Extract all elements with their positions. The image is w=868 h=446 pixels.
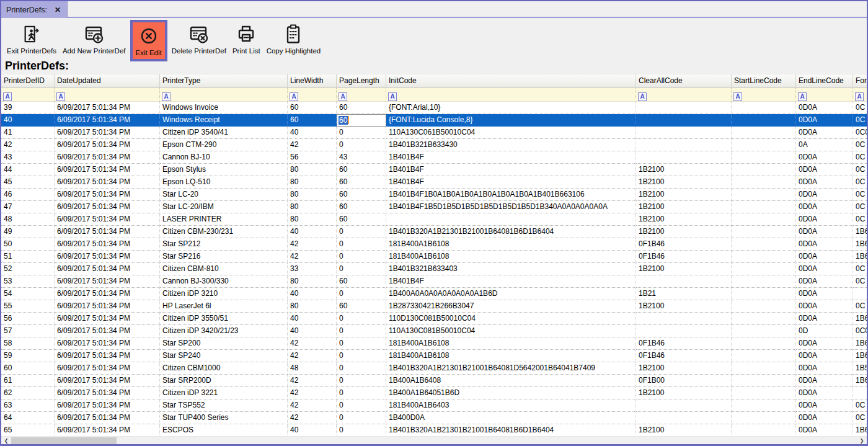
cell-init[interactable]: 1B401B320A1B21301B21001B64081B6D1B6404 (386, 226, 636, 238)
cell-ff[interactable]: 0C (853, 102, 868, 114)
cell-init[interactable]: 1B401B321B633403 (386, 263, 636, 275)
cell-width[interactable]: 60 (288, 102, 337, 114)
cell-end[interactable]: 0D0A (796, 201, 853, 213)
cell-start[interactable] (732, 127, 796, 139)
cell-width[interactable]: 80 (288, 164, 337, 176)
cell-end[interactable]: 0D0A (796, 362, 853, 375)
column-header-length[interactable]: PageLength (337, 74, 386, 88)
cell-updated[interactable]: 6/09/2017 5:01:34 PM (55, 313, 160, 325)
cell-updated[interactable]: 6/09/2017 5:01:34 PM (55, 375, 160, 387)
cell-updated[interactable]: 6/09/2017 5:01:34 PM (55, 399, 160, 412)
cell-length[interactable]: 0 (337, 139, 386, 151)
filter-button-icon[interactable]: A (339, 92, 347, 101)
cell-clear[interactable]: 0F1B00 (636, 375, 732, 387)
cell-init[interactable]: 1B287330421B266B3047 (386, 300, 636, 313)
cell-width[interactable]: 80 (288, 201, 337, 213)
table-row[interactable]: 476/09/2017 5:01:34 PMStar LC-20/IBM8060… (1, 201, 868, 213)
table-row[interactable]: 456/09/2017 5:01:34 PMEpson LQ-51080601B… (1, 176, 868, 189)
cell-updated[interactable]: 6/09/2017 5:01:34 PM (55, 102, 160, 114)
copy-highlighted-button[interactable]: Copy Highlighted (264, 20, 324, 56)
cell-updated[interactable]: 6/09/2017 5:01:34 PM (55, 251, 160, 263)
cell-updated[interactable]: 6/09/2017 5:01:34 PM (55, 424, 160, 437)
table-row[interactable]: 556/09/2017 5:01:34 PMHP LaserJet 6l8060… (1, 300, 868, 313)
cell-end[interactable]: 0D (796, 325, 853, 337)
cell-end[interactable]: 0D0A (796, 238, 853, 251)
cell-width[interactable]: 80 (288, 189, 337, 201)
cell-width[interactable]: 42 (288, 139, 337, 151)
cell-clear[interactable]: 1B2100 (636, 387, 732, 399)
cell-type[interactable]: Star LC-20/IBM (160, 201, 288, 213)
cell-width[interactable]: 48 (288, 362, 337, 375)
cell-end[interactable]: 0D0A (796, 288, 853, 300)
cell-id[interactable]: 45 (1, 176, 55, 189)
cell-init[interactable]: 1B401B320A1B21301B21001B64081D5642001B64… (386, 362, 636, 375)
cell-updated[interactable]: 6/09/2017 5:01:34 PM (55, 387, 160, 399)
cell-start[interactable] (732, 139, 796, 151)
cell-start[interactable] (732, 399, 796, 412)
cell-start[interactable] (732, 300, 796, 313)
cell-clear[interactable] (636, 127, 732, 139)
cell-ff[interactable]: 0C (853, 189, 868, 201)
cell-start[interactable] (732, 275, 796, 288)
cell-ff[interactable]: 1B6 (853, 337, 868, 350)
edit-selected-text[interactable]: 60 (339, 116, 348, 125)
cell-width[interactable]: 56 (288, 151, 337, 164)
cell-width[interactable]: 42 (288, 238, 337, 251)
cell-end[interactable]: 0D0A (796, 263, 853, 275)
cell-init[interactable]: 1B401B4F1B5D1B5D1B5D1B5D1B5D1B5D1B340A0A… (386, 201, 636, 213)
cell-init[interactable]: 1B401B320A1B21301B21001B64081B6D1B6404 (386, 424, 636, 437)
scrollbar-thumb[interactable] (11, 437, 117, 444)
cell-width[interactable]: 40 (288, 288, 337, 300)
cell-type[interactable]: Epson LQ-510 (160, 176, 288, 189)
cell-clear[interactable]: 1B2100 (636, 424, 732, 437)
cell-length[interactable]: 0 (337, 288, 386, 300)
tab-close-icon[interactable]: ✕ (55, 6, 61, 14)
cell-end[interactable]: 0D0A (796, 176, 853, 189)
cell-clear[interactable]: 1B2100 (636, 263, 732, 275)
cell-id[interactable]: 43 (1, 151, 55, 164)
cell-clear[interactable] (636, 325, 732, 337)
cell-updated[interactable]: 6/09/2017 5:01:34 PM (55, 226, 160, 238)
table-row[interactable]: 416/09/2017 5:01:34 PMCitizen iDP 3540/4… (1, 127, 868, 139)
cell-ff[interactable]: 0C (853, 412, 868, 424)
cell-width[interactable]: 33 (288, 263, 337, 275)
cell-length[interactable]: 0 (337, 350, 386, 362)
cell-id[interactable]: 53 (1, 275, 55, 288)
filter-button-icon[interactable]: A (733, 92, 742, 101)
table-row[interactable]: 436/09/2017 5:01:34 PMCannon BJ-1056431B… (1, 151, 868, 164)
cell-type[interactable]: Star SRP200D (160, 375, 288, 387)
cell-end[interactable]: 0D0A (796, 151, 853, 164)
column-header-init[interactable]: InitCode (386, 74, 636, 88)
cell-init[interactable]: 181B400A1B6108 (386, 350, 636, 362)
cell-ff[interactable]: 0C (853, 275, 868, 288)
cell-length[interactable]: 0 (337, 325, 386, 337)
cell-id[interactable]: 61 (1, 375, 55, 387)
cell-clear[interactable] (636, 313, 732, 325)
cell-init[interactable]: 181B400A1B6108 (386, 337, 636, 350)
table-row[interactable]: 576/09/2017 5:01:34 PMCitizen iDP 3420/2… (1, 325, 868, 337)
cell-type[interactable]: Citizen CBM-810 (160, 263, 288, 275)
cell-type[interactable]: Citizen iDP 3550/51 (160, 313, 288, 325)
cell-length[interactable]: 0 (337, 251, 386, 263)
cell-end[interactable]: 0D0A (796, 213, 853, 226)
cell-clear[interactable] (636, 139, 732, 151)
cell-init[interactable]: 1B400A1B64051B6D (386, 387, 636, 399)
cell-ff[interactable]: 0C (853, 201, 868, 213)
cell-ff[interactable]: 0C (853, 399, 868, 412)
cell-id[interactable]: 56 (1, 313, 55, 325)
cell-end[interactable]: 0D0A (796, 387, 853, 399)
cell-ff[interactable]: 0C0 (853, 127, 868, 139)
filter-cell-ff[interactable]: A (853, 88, 868, 102)
cell-id[interactable]: 52 (1, 263, 55, 275)
cell-init[interactable]: 1B401B4F (386, 164, 636, 176)
column-header-id[interactable]: PrinterDefID (1, 74, 55, 88)
table-row[interactable]: 656/09/2017 5:01:34 PMESCPOS4001B401B320… (1, 424, 868, 437)
cell-end[interactable]: 0D0A (796, 127, 853, 139)
cell-length[interactable]: 60 (337, 102, 386, 114)
cell-ff[interactable]: 0C0 (853, 325, 868, 337)
cell-init[interactable]: 110D130C081B50010C04 (386, 313, 636, 325)
filter-cell-id[interactable]: A (1, 88, 55, 102)
cell-type[interactable]: Epson Stylus (160, 164, 288, 176)
cell-width[interactable]: 80 (288, 275, 337, 288)
filter-cell-end[interactable]: A (796, 88, 853, 102)
